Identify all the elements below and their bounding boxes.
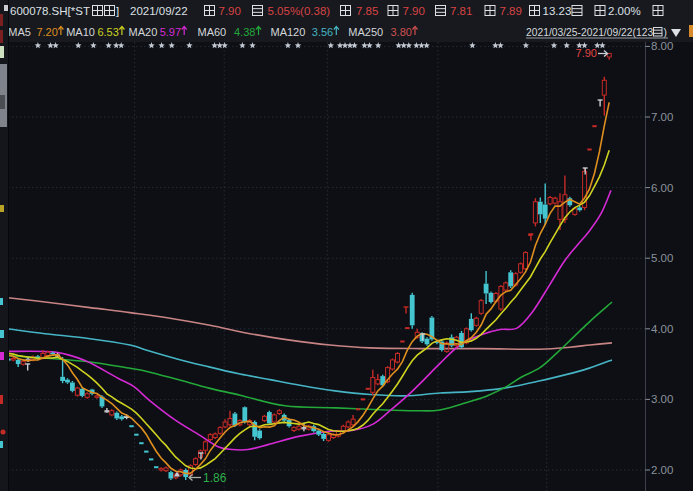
svg-text:MA120: MA120: [271, 26, 306, 38]
svg-text:7.20: 7.20: [36, 26, 57, 38]
svg-text:MA10: MA10: [66, 26, 95, 38]
svg-text:MA5: MA5: [8, 26, 31, 38]
svg-text:2.00: 2.00: [651, 464, 673, 476]
svg-text:7.90: 7.90: [576, 47, 597, 59]
svg-text:7.90: 7.90: [219, 5, 241, 17]
svg-text:7.90: 7.90: [403, 5, 425, 17]
svg-text:MA20: MA20: [129, 26, 158, 38]
svg-text:7.85: 7.85: [356, 5, 378, 17]
svg-text:8.00: 8.00: [651, 40, 673, 52]
svg-text:2021/03/25-2021/09/22(123: 2021/03/25-2021/09/22(123: [526, 27, 653, 38]
svg-text:7.00: 7.00: [651, 111, 673, 123]
svg-text:4.38: 4.38: [234, 26, 255, 38]
svg-text:2021/09/22: 2021/09/22: [130, 5, 188, 17]
svg-text:13.23: 13.23: [543, 5, 572, 17]
svg-text:600078.SH[*ST: 600078.SH[*ST: [10, 5, 90, 17]
svg-text:MA60: MA60: [198, 26, 227, 38]
svg-text:5.00: 5.00: [651, 252, 673, 264]
svg-text:): ): [664, 27, 667, 38]
svg-text:MA250: MA250: [348, 26, 383, 38]
svg-text:6.53: 6.53: [97, 26, 118, 38]
svg-text:]: ]: [116, 5, 119, 17]
svg-text:7.81: 7.81: [450, 5, 472, 17]
svg-text:6.00: 6.00: [651, 182, 673, 194]
svg-text:7.89: 7.89: [500, 5, 522, 17]
svg-text:1.86: 1.86: [203, 471, 227, 485]
svg-text:3.80: 3.80: [391, 26, 412, 38]
svg-text:2.00%: 2.00%: [608, 5, 641, 17]
svg-text:5.97: 5.97: [160, 26, 181, 38]
svg-text:3.00: 3.00: [651, 393, 673, 405]
svg-text:5.05%(0.38): 5.05%(0.38): [268, 5, 331, 17]
svg-text:4.00: 4.00: [651, 323, 673, 335]
svg-text:3.56: 3.56: [312, 26, 333, 38]
